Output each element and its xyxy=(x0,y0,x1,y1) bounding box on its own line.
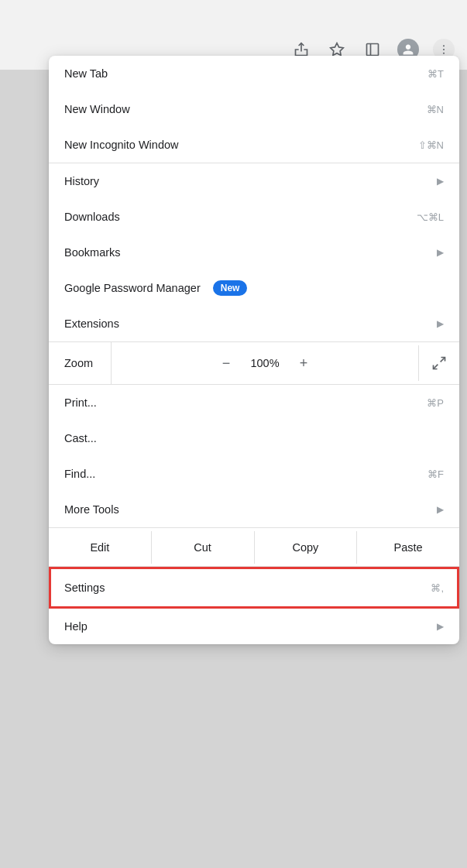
svg-point-4 xyxy=(443,45,445,46)
zoom-out-button[interactable]: − xyxy=(215,352,237,374)
new-badge: New xyxy=(213,280,248,296)
svg-line-7 xyxy=(441,358,445,362)
menu-item-print[interactable]: Print... ⌘P xyxy=(49,385,459,420)
menu-item-cast[interactable]: Cast... xyxy=(49,420,459,456)
menu-item-downloads[interactable]: Downloads ⌥⌘L xyxy=(49,199,459,235)
menu-item-new-window[interactable]: New Window ⌘N xyxy=(49,91,459,127)
menu-item-more-tools[interactable]: More Tools ▶ xyxy=(49,492,459,527)
svg-point-6 xyxy=(443,53,445,54)
svg-point-5 xyxy=(443,49,445,50)
menu-item-new-incognito[interactable]: New Incognito Window ⇧⌘N xyxy=(49,127,459,163)
svg-marker-1 xyxy=(331,43,344,56)
edit-button[interactable]: Edit xyxy=(49,531,152,564)
zoom-value: 100% xyxy=(248,357,282,369)
menu-item-new-tab[interactable]: New Tab ⌘T xyxy=(49,56,459,91)
cut-button[interactable]: Cut xyxy=(152,531,255,564)
fullscreen-button[interactable] xyxy=(418,345,459,381)
menu-item-history[interactable]: History ▶ xyxy=(49,163,459,199)
zoom-in-button[interactable]: + xyxy=(293,352,314,374)
menu-section-tools: Print... ⌘P Cast... Find... ⌘F More Tool… xyxy=(49,385,459,528)
zoom-label: Zoom xyxy=(49,347,111,379)
menu-item-password-manager[interactable]: Google Password Manager New xyxy=(49,270,459,306)
menu-item-help[interactable]: Help ▶ xyxy=(49,609,459,644)
paste-button[interactable]: Paste xyxy=(357,531,459,564)
menu-section-browse: History ▶ Downloads ⌥⌘L Bookmarks ▶ Goog… xyxy=(49,163,459,342)
zoom-row: Zoom − 100% + xyxy=(49,342,459,385)
context-menu: New Tab ⌘T New Window ⌘N New Incognito W… xyxy=(49,56,459,644)
menu-item-find[interactable]: Find... ⌘F xyxy=(49,456,459,492)
svg-rect-2 xyxy=(367,44,379,56)
menu-section-new: New Tab ⌘T New Window ⌘N New Incognito W… xyxy=(49,56,459,163)
menu-item-extensions[interactable]: Extensions ▶ xyxy=(49,306,459,341)
zoom-controls: − 100% + xyxy=(111,342,418,384)
menu-item-settings[interactable]: Settings ⌘, xyxy=(49,567,459,609)
svg-line-8 xyxy=(434,365,438,369)
menu-item-bookmarks[interactable]: Bookmarks ▶ xyxy=(49,235,459,270)
edit-row: Edit Cut Copy Paste xyxy=(49,528,459,567)
copy-button[interactable]: Copy xyxy=(255,531,358,564)
